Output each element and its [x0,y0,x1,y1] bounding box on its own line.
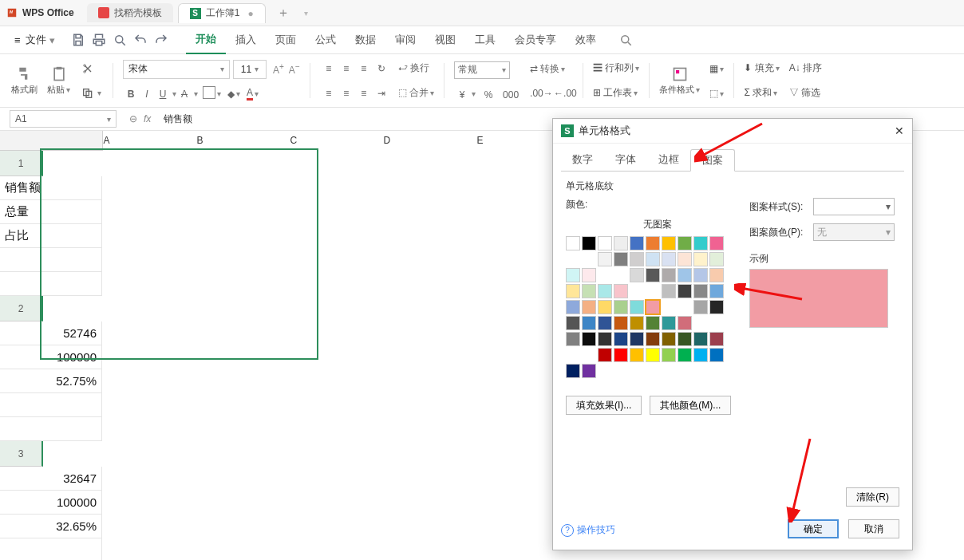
number-format-select[interactable]: 常规▾ [454,61,510,79]
color-swatch[interactable] [709,252,724,266]
strikethrough-button[interactable]: A [176,89,192,100]
color-swatch[interactable] [566,316,580,330]
menu-page[interactable]: 页面 [266,26,306,53]
menu-review[interactable]: 审阅 [385,26,425,53]
color-swatch[interactable] [646,268,660,282]
dialog-tab-number[interactable]: 数字 [561,148,604,171]
align-bottom-button[interactable]: ≡ [355,63,373,74]
color-swatch[interactable] [709,236,724,250]
paste[interactable]: 粘贴▾ [42,56,75,105]
operation-hint[interactable]: ? 操作技巧 [561,523,615,537]
color-swatch[interactable] [598,252,612,266]
align-right-button[interactable]: ≡ [355,88,373,99]
cell[interactable]: 100000 [0,491,102,515]
comma-button[interactable]: 000 [501,89,520,101]
orientation-button[interactable]: ↻ [373,63,390,74]
color-swatch[interactable] [630,236,644,250]
dialog-tab-pattern[interactable]: 图案 [690,149,735,172]
menu-start[interactable]: 开始 [186,26,226,54]
align-left-button[interactable]: ≡ [320,88,338,99]
cell[interactable]: 100000 [0,345,102,369]
cancel-button[interactable]: 取消 [848,519,899,538]
clear-button[interactable]: 清除(R) [846,487,899,507]
cell[interactable]: 32.65% [0,515,102,538]
dialog-tab-font[interactable]: 字体 [604,148,647,171]
color-swatch[interactable] [566,236,580,250]
print-preview-icon[interactable] [113,33,127,47]
color-swatch[interactable] [630,332,644,346]
color-swatch[interactable] [614,332,628,346]
redo-icon[interactable] [154,33,168,47]
copy-button[interactable]: ▾ [78,84,105,103]
increase-decimal-button[interactable]: .00→ [530,88,549,99]
color-swatch[interactable] [566,332,580,346]
cell-style-button[interactable]: ⬚▾ [709,88,724,99]
color-swatch[interactable] [709,332,724,346]
cell[interactable] [0,538,102,560]
color-swatch[interactable] [693,284,708,298]
underline-button[interactable]: U [155,89,171,100]
menu-data[interactable]: 数据 [346,26,385,53]
color-swatch[interactable] [678,332,692,346]
color-swatch[interactable] [646,300,660,314]
color-swatch[interactable] [693,236,708,250]
tab-chevron-icon[interactable]: ▾ [304,9,308,18]
color-swatch[interactable] [630,252,644,266]
color-swatch[interactable] [598,300,612,314]
menu-efficiency[interactable]: 效率 [566,26,606,53]
cut-button[interactable] [78,59,105,78]
decrease-decimal-button[interactable]: ←.00 [554,88,573,99]
color-swatch[interactable] [566,364,580,378]
italic-button[interactable]: I [139,89,155,100]
color-swatch[interactable] [614,284,628,298]
color-swatch[interactable] [709,348,724,362]
menu-insert[interactable]: 插入 [226,26,266,53]
color-swatch[interactable] [678,236,692,250]
dialog-close-icon[interactable]: ✕ [895,124,904,137]
color-swatch[interactable] [693,252,708,266]
file-menu[interactable]: ≡ 文件 ▾ [6,26,63,53]
color-swatch[interactable] [598,236,612,250]
color-swatch[interactable] [598,332,612,346]
col-header[interactable]: D [383,131,476,151]
color-swatch[interactable] [646,316,660,330]
filter-button[interactable]: ▽ 筛选 [789,86,822,100]
color-swatch[interactable] [582,316,596,330]
cell[interactable] [0,248,102,272]
fill-effect-button[interactable]: 填充效果(I)... [566,396,642,415]
color-swatch[interactable] [630,348,644,362]
name-box[interactable]: A1▾ [10,110,117,128]
sum-button[interactable]: Σ 求和▾ [744,86,779,100]
bold-button[interactable]: B [123,89,139,100]
color-swatch[interactable] [693,332,708,346]
color-swatch[interactable] [582,332,596,346]
color-swatch[interactable] [693,348,708,362]
color-swatch[interactable] [614,300,628,314]
cond-format[interactable]: 条件格式▾ [654,56,705,105]
worksheet-button[interactable]: ⊞ 工作表▾ [593,86,639,100]
color-swatch[interactable] [598,348,612,362]
font-name-select[interactable]: 宋体▾ [123,60,230,79]
border-button[interactable] [203,86,215,101]
row-header[interactable]: 1 [0,151,43,176]
tab-workbook[interactable]: S 工作簿1 ● [178,3,266,23]
color-swatch[interactable] [693,300,708,314]
font-color-button[interactable]: A [247,87,253,101]
pattern-style-select[interactable]: ▾ [813,198,895,215]
color-swatch[interactable] [678,316,692,330]
color-swatch[interactable] [614,252,628,266]
color-swatch[interactable] [678,348,692,362]
color-swatch[interactable] [582,284,596,298]
wrap-text-button[interactable]: ⮐ 换行 [398,61,429,75]
currency-button[interactable]: ¥ [454,89,470,101]
cell[interactable] [0,417,102,441]
merge-button[interactable]: ⬚ 合并▾ [398,86,434,100]
color-swatch[interactable] [662,316,676,330]
color-swatch[interactable] [662,268,676,282]
color-swatch[interactable] [614,316,628,330]
color-swatch[interactable] [662,284,676,298]
color-swatch[interactable] [678,252,692,266]
color-swatch[interactable] [646,348,660,362]
tab-close-icon[interactable]: ● [247,8,253,19]
cell[interactable] [0,272,102,296]
